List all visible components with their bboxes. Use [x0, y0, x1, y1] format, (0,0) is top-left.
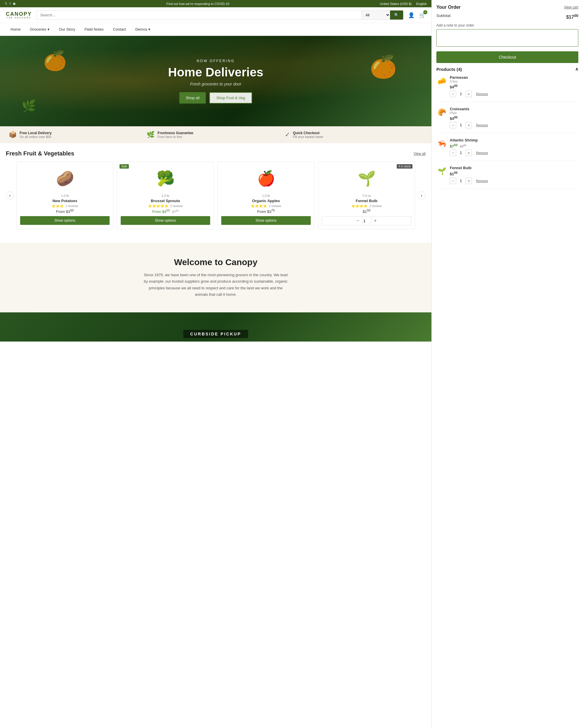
stock-badge: 4 in stock: [397, 164, 413, 168]
cart-qty-decrease-fennel[interactable]: −: [450, 178, 456, 184]
nav-groceries[interactable]: Groceries ▾: [25, 23, 54, 35]
announcement-bar: 𝕏 f ◉ Find out how we're responding to C…: [0, 0, 432, 7]
logo-text: CANOPY: [6, 11, 32, 17]
features-bar: 📦 Free Local Delivery On all orders over…: [0, 126, 432, 143]
nav-field-notes[interactable]: Field Notes: [80, 23, 108, 35]
cart-remove-shrimp[interactable]: Remove: [476, 151, 488, 155]
shop-fruit-veg-button[interactable]: Shop Fruit & Veg: [209, 92, 252, 104]
freshness-title: Freshness Guarantee: [158, 131, 193, 135]
feature-delivery-text: Free Local Delivery On all orders over $…: [20, 131, 52, 138]
cart-qty-decrease-croissants[interactable]: −: [450, 122, 456, 128]
cart-item-price: $150: [450, 171, 578, 176]
cart-qty-increase-parmesan[interactable]: +: [466, 91, 472, 97]
curbside-label: CURBSIDE PICKUP: [183, 330, 248, 338]
nav-our-story[interactable]: Our Story: [54, 23, 80, 35]
carousel-next-button[interactable]: ›: [417, 191, 425, 200]
subtotal-value: $1700: [566, 14, 578, 20]
cart-remove-croissants[interactable]: Remove: [476, 123, 488, 127]
account-icon[interactable]: 👤: [408, 12, 415, 18]
cart-item-details-parmesan: Parmesan 3.5oz $400 − 1 + Remove: [450, 75, 578, 97]
currency-selector[interactable]: United States (USD $): [380, 2, 412, 5]
checkout-button[interactable]: Checkout: [436, 51, 578, 63]
product-stars: ⭐⭐⭐2 reviews: [20, 204, 110, 208]
social-icons: 𝕏 f ◉: [5, 2, 16, 5]
show-options-button-apples[interactable]: Show options: [221, 216, 311, 225]
cart-item-image-shrimp: 🦐: [436, 138, 447, 149]
cart-qty-decrease-shrimp[interactable]: −: [450, 150, 456, 156]
announcement-text[interactable]: Find out how we're responding to COVID-1…: [18, 2, 378, 5]
product-reviews: 2 reviews: [170, 205, 183, 208]
carousel-prev-button[interactable]: ‹: [6, 191, 14, 200]
language-selector[interactable]: English: [416, 2, 427, 5]
checkout-desc: Fill your basket faster: [293, 135, 324, 138]
welcome-section: Welcome to Canopy Since 1979, we have be…: [0, 243, 432, 312]
feature-checkout-text: Quick Checkout Fill your basket faster: [293, 131, 324, 138]
product-price: From $350: [20, 209, 110, 214]
cart-badge: 4: [423, 10, 427, 14]
product-price: From $375: [221, 209, 311, 214]
cart-qty-decrease-parmesan[interactable]: −: [450, 91, 456, 97]
search-input[interactable]: [37, 10, 362, 20]
twitter-icon[interactable]: 𝕏: [5, 2, 7, 5]
welcome-title: Welcome to Canopy: [23, 257, 408, 267]
instagram-icon[interactable]: ◉: [13, 2, 16, 5]
logo[interactable]: CANOPY THE GROCERS: [6, 11, 32, 19]
cart-item-image-croissants: 🥐: [436, 107, 447, 118]
shop-all-button[interactable]: Shop all: [179, 92, 206, 104]
fresh-section: Fresh Fruit & Vegetables View all ‹ 🥔 1.…: [0, 143, 432, 234]
cart-remove-fennel[interactable]: Remove: [476, 179, 488, 183]
checkout-title: Quick Checkout: [293, 131, 324, 135]
cart-item-price: $400: [450, 115, 578, 121]
cart-note-textarea[interactable]: [436, 29, 578, 47]
qty-input-fennel[interactable]: [362, 216, 371, 225]
nav-contact[interactable]: Contact: [108, 23, 131, 35]
feature-freshness: 🌿 Freshness Guarantee From farm to fork: [147, 131, 284, 138]
cart-qty-increase-shrimp[interactable]: +: [466, 150, 472, 156]
cart-collapse-icon[interactable]: ∧: [575, 67, 578, 72]
cart-item-image-fennel: 🌱: [436, 166, 447, 177]
facebook-icon[interactable]: f: [10, 2, 10, 5]
site-header: CANOPY THE GROCERS All Fruit & Veg Dairy…: [0, 7, 432, 23]
products-grid: 🥔 1.0 lb New Potatoes ⭐⭐⭐2 reviews From …: [16, 162, 415, 229]
cart-item-shrimp: 🦐 Atlantic Shrimp $750 $900 − 1 + Remove: [436, 138, 578, 161]
product-weight: 1.0 lb: [20, 194, 110, 198]
nav-home[interactable]: Home: [6, 23, 25, 35]
product-reviews: 2 reviews: [369, 205, 382, 208]
cart-item-qty-parmesan: − 1 + Remove: [450, 91, 578, 97]
hero-deco-left: 🍊: [43, 50, 67, 72]
cart-qty-increase-croissants[interactable]: +: [466, 122, 472, 128]
nav-demos[interactable]: Demos ▾: [131, 23, 155, 35]
product-stars: ⭐⭐⭐⭐⭐2 reviews: [121, 204, 210, 208]
product-stars: ⭐⭐⭐⭐2 reviews: [221, 204, 311, 208]
product-name: New Potatoes: [20, 199, 110, 203]
hero-deco-right: 🍊: [370, 54, 397, 80]
product-card-organic-apples: 🍎 1.0 lb Organic Apples ⭐⭐⭐⭐2 reviews Fr…: [218, 162, 314, 229]
view-cart-link[interactable]: View cart: [564, 5, 578, 9]
qty-decrease-fennel[interactable]: −: [354, 216, 362, 225]
cart-item-croissants: 🥐 Croissants Plain $400 − 1 + Remove: [436, 107, 578, 133]
cart-title: Your Order: [436, 5, 461, 10]
search-button[interactable]: 🔍: [390, 10, 403, 20]
show-options-button-sprouts[interactable]: Show options: [121, 216, 210, 225]
product-card-brussel-sprouts: Sale 🥦 1.0 lb Brussel Sprouts ⭐⭐⭐⭐⭐2 rev…: [117, 162, 214, 229]
qty-increase-fennel[interactable]: +: [371, 216, 380, 225]
product-weight: 1.0 lb: [221, 194, 311, 198]
show-options-button-potatoes[interactable]: Show options: [20, 216, 110, 225]
view-all-link[interactable]: View all: [414, 152, 425, 156]
cart-item-variant: 3.5oz: [450, 80, 578, 83]
cart-qty-value: 1: [458, 151, 464, 155]
cart-qty-value: 1: [458, 123, 464, 127]
cart-remove-parmesan[interactable]: Remove: [476, 92, 488, 96]
cart-qty-increase-fennel[interactable]: +: [466, 178, 472, 184]
feature-freshness-text: Freshness Guarantee From farm to fork: [158, 131, 193, 138]
sale-price: From $450: [152, 209, 170, 214]
hero-description: Fresh groceries to your door: [168, 82, 263, 86]
cart-note-label: Add a note to your order: [436, 23, 578, 27]
curbside-bg: CURBSIDE PICKUP: [0, 312, 432, 341]
cart-item-name: Fennel Bulb: [450, 166, 578, 170]
product-card-new-potatoes: 🥔 1.0 lb New Potatoes ⭐⭐⭐2 reviews From …: [16, 162, 113, 229]
cart-qty-value: 1: [458, 92, 464, 96]
cart-icon[interactable]: 🛒 4: [419, 12, 425, 18]
search-category-select[interactable]: All Fruit & Veg Dairy Bakery: [362, 10, 390, 20]
product-weight: 1.0 lb: [121, 194, 210, 198]
